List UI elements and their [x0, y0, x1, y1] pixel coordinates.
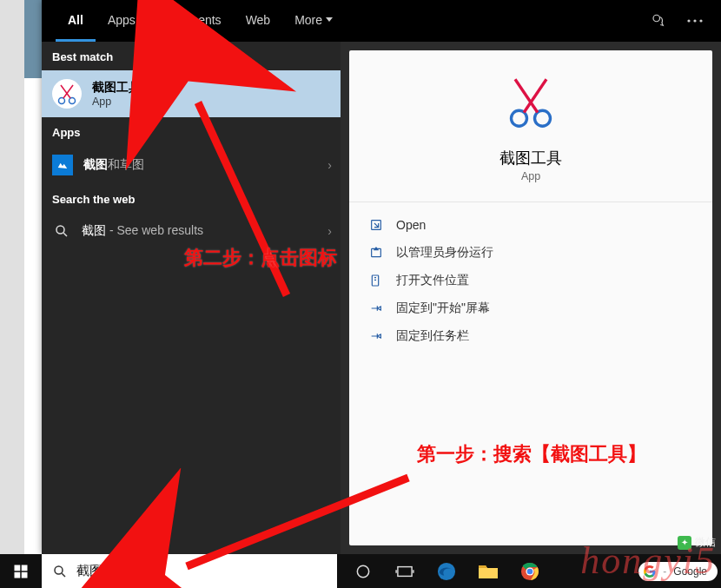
tab-documents[interactable]: Documents: [148, 0, 234, 42]
result-best-match-snipping-tool[interactable]: 截图工具 App: [42, 70, 341, 117]
taskbar-app-edge[interactable]: [426, 554, 467, 588]
wechat-icon: ✦: [678, 536, 691, 550]
svg-rect-13: [22, 565, 28, 571]
action-label: 打开文件位置: [396, 273, 469, 288]
action-label: Open: [396, 218, 426, 232]
action-label: 以管理员身份运行: [396, 245, 493, 261]
svg-rect-14: [15, 571, 21, 578]
svg-point-17: [357, 565, 368, 577]
search-icon: [52, 221, 71, 241]
svg-point-4: [59, 98, 65, 104]
chevron-down-icon: [326, 17, 333, 22]
annotation-step2: 第二步：点击图标: [184, 245, 337, 271]
taskbar: 工具 - Google: [0, 554, 721, 588]
options-icon[interactable]: [679, 5, 711, 36]
detail-actions: Open 以管理员身份运行 打开文件位置: [349, 208, 712, 353]
start-button[interactable]: [0, 554, 42, 588]
pin-icon: [368, 301, 384, 316]
google-label: Google: [673, 565, 707, 578]
search-icon: [43, 564, 76, 579]
svg-point-3: [699, 19, 702, 22]
tab-apps[interactable]: Apps: [96, 0, 148, 42]
snipping-tool-icon: [499, 69, 562, 132]
snipping-tool-icon: [52, 79, 82, 109]
result-title: 截图和草图: [83, 157, 144, 173]
group-header-best-match: Best match: [42, 42, 341, 70]
group-header-search-web: Search the web: [42, 184, 341, 213]
action-pin-to-taskbar[interactable]: 固定到任务栏: [349, 322, 712, 350]
windows-search-flyout: All Apps Documents Web More Best match: [42, 0, 721, 554]
wechat-label: 微信: [695, 535, 716, 550]
chevron-right-icon: ›: [327, 158, 332, 172]
group-header-apps: Apps: [42, 117, 341, 146]
snip-sketch-icon: [52, 155, 73, 175]
detail-title: 截图工具: [499, 148, 562, 168]
svg-point-16: [55, 566, 63, 574]
tab-more-label: More: [294, 13, 322, 27]
folder-icon: [368, 273, 384, 288]
svg-rect-15: [22, 571, 28, 578]
result-title: 截图 - See web results: [82, 223, 203, 239]
detail-subtitle: App: [521, 170, 540, 182]
tab-web[interactable]: Web: [234, 0, 283, 42]
svg-rect-12: [15, 565, 21, 571]
google-search-pill[interactable]: - Google: [638, 562, 718, 581]
task-view-button[interactable]: [384, 554, 426, 588]
search-detail-pane: 截图工具 App Open 以管理员身份运行: [349, 50, 712, 545]
background-page: [24, 0, 42, 554]
svg-point-1: [687, 19, 690, 22]
search-input[interactable]: [76, 556, 309, 586]
action-label: 固定到任务栏: [396, 328, 469, 344]
search-results-column: Best match 截图工具 App Apps 截图和草图: [42, 42, 341, 554]
taskbar-app-file-explorer[interactable]: [467, 554, 509, 588]
shield-icon: [368, 245, 384, 261]
svg-rect-18: [398, 566, 412, 576]
svg-point-6: [56, 226, 64, 234]
pin-icon: [368, 328, 384, 344]
tab-all[interactable]: All: [56, 0, 96, 42]
svg-point-5: [69, 98, 76, 104]
svg-rect-11: [372, 275, 378, 286]
action-open[interactable]: Open: [349, 211, 712, 239]
divider: [349, 202, 712, 202]
taskbar-app-chrome[interactable]: [509, 554, 551, 588]
result-app-snip-sketch[interactable]: 截图和草图 ›: [42, 146, 341, 184]
result-title: 截图工具: [92, 80, 141, 96]
result-web-search[interactable]: 截图 - See web results ›: [42, 213, 341, 249]
svg-point-0: [653, 15, 660, 22]
action-open-file-location[interactable]: 打开文件位置: [349, 267, 712, 294]
taskbar-search-box[interactable]: 工具: [42, 554, 337, 588]
svg-point-22: [527, 568, 533, 574]
action-pin-to-start[interactable]: 固定到"开始"屏幕: [349, 294, 712, 322]
wechat-indicator[interactable]: ✦ 微信: [678, 535, 716, 550]
feedback-icon[interactable]: [643, 5, 674, 36]
result-subtitle: App: [92, 96, 141, 108]
chevron-right-icon: ›: [327, 224, 332, 238]
svg-point-2: [693, 19, 696, 22]
annotation-step1: 第一步：搜索【截图工具】: [417, 441, 646, 467]
action-run-as-admin[interactable]: 以管理员身份运行: [349, 239, 712, 267]
tab-more[interactable]: More: [282, 0, 345, 42]
search-scope-tabs: All Apps Documents Web More: [42, 0, 721, 42]
cortana-button[interactable]: [342, 554, 384, 588]
action-label: 固定到"开始"屏幕: [396, 301, 490, 316]
open-icon: [368, 217, 384, 233]
